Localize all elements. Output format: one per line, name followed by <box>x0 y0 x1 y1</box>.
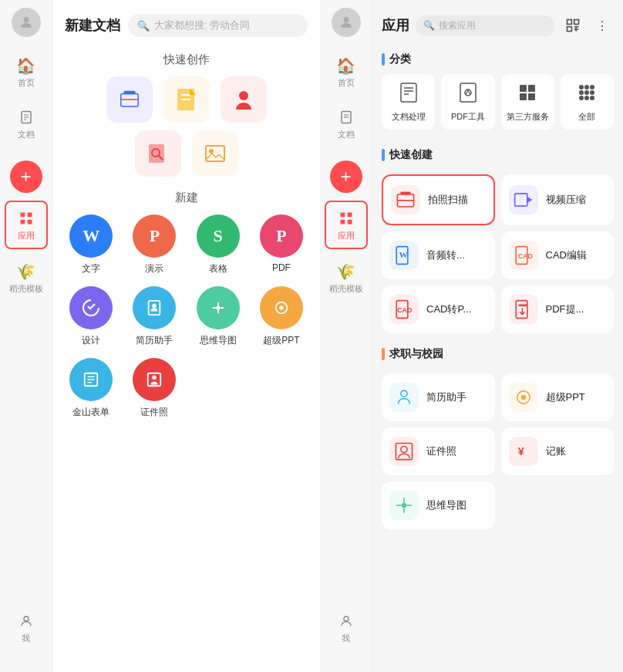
app-item-resume[interactable]: 简历助手 <box>128 286 180 347</box>
fast-item-audio[interactable]: W 音频转... <box>382 231 495 279</box>
app-item-ppt[interactable]: P 演示 <box>128 214 180 275</box>
cat-item-doc[interactable]: 文档处理 <box>382 74 435 130</box>
app-icon-ppt: P <box>133 214 176 258</box>
fast-label-video: 视频压缩 <box>546 193 586 207</box>
app-label-idphoto: 证件照 <box>140 406 168 419</box>
app-label-resume: 简历助手 <box>136 334 173 347</box>
apps-icon-left <box>16 208 36 228</box>
svg-point-93 <box>402 503 407 508</box>
sidebar-item-docs-left[interactable]: 文档 <box>5 101 48 147</box>
app-item-superppt[interactable]: 超级PPT <box>255 286 308 347</box>
quick-search-btn[interactable] <box>135 130 181 177</box>
sidebar-label-home-right: 首页 <box>338 77 355 89</box>
right-header: 应用 🔍 搜索应用 ⋮ <box>372 0 623 45</box>
job-item-resume[interactable]: 简历助手 <box>382 373 495 421</box>
cat-item-pdf[interactable]: PDF工具 <box>441 74 494 130</box>
fast-item-video[interactable]: 视频压缩 <box>501 174 615 225</box>
more-icon-btn[interactable]: ⋮ <box>591 14 614 37</box>
app-item-mindmap[interactable]: 思维导图 <box>192 286 244 347</box>
fast-create-bar <box>382 149 385 161</box>
svg-rect-49 <box>567 27 572 32</box>
app-item-form[interactable]: 金山表单 <box>65 358 117 419</box>
left-search-bar[interactable]: 🔍 大家都想搜: 劳动合同 <box>128 14 308 37</box>
job-label-mindmap: 思维导图 <box>426 498 466 512</box>
job-icon-accounting: ¥ <box>509 437 538 466</box>
fast-item-cad-edit[interactable]: CAD CAD编辑 <box>501 231 615 279</box>
app-item-excel[interactable]: S 表格 <box>192 214 244 275</box>
sidebar-item-template-left[interactable]: 🌾 稻壳模板 <box>5 255 48 301</box>
job-item-accounting[interactable]: ¥ 记账 <box>501 427 615 475</box>
app-icon-excel: S <box>197 214 240 258</box>
job-item-superppt[interactable]: 超级PPT <box>501 373 615 421</box>
right-title: 应用 <box>382 16 409 35</box>
right-avatar[interactable] <box>332 8 361 37</box>
fast-create-grid: 拍照扫描 视频压缩 W <box>372 174 623 333</box>
cat-item-all[interactable]: 全部 <box>561 74 614 130</box>
sidebar-item-me-right[interactable]: 我 <box>325 605 368 650</box>
quick-doc-btn[interactable] <box>163 76 210 123</box>
fast-item-cad-convert[interactable]: CAD CAD转P... <box>382 285 495 333</box>
fast-create-section: 快速创建 <box>372 140 623 174</box>
right-panel: 🏠 首页 文档 + 应用 🌾 稻壳模板 <box>320 0 623 672</box>
fast-icon-video <box>509 185 538 214</box>
divider-1 <box>372 134 623 140</box>
category-grid: 文档处理 PDF工具 <box>382 74 614 130</box>
svg-rect-57 <box>460 83 476 102</box>
fast-label-scan: 拍照扫描 <box>428 193 468 207</box>
right-sidebar: 🏠 首页 文档 + 应用 🌾 稻壳模板 <box>320 0 372 672</box>
svg-point-0 <box>23 17 29 22</box>
docs-icon-left <box>16 107 36 127</box>
job-icon-idphoto <box>389 437 419 466</box>
right-search-bar[interactable]: 🔍 搜索应用 <box>416 15 555 36</box>
sidebar-item-apps-left[interactable]: 应用 <box>5 201 48 249</box>
sidebar-item-template-right[interactable]: 🌾 稻壳模板 <box>325 255 368 301</box>
quick-create-row-2 <box>135 130 238 177</box>
divider-2 <box>372 333 623 339</box>
sidebar-label-docs-right: 文档 <box>338 129 355 140</box>
category-section: 分类 文档处理 PDF工具 <box>372 45 623 134</box>
scan-icon-btn[interactable] <box>561 14 584 37</box>
add-button-right[interactable]: + <box>330 160 362 193</box>
sidebar-item-home-left[interactable]: 🏠 首页 <box>5 49 48 95</box>
svg-point-25 <box>216 306 221 310</box>
sidebar-item-docs-right[interactable]: 文档 <box>325 101 368 147</box>
svg-rect-63 <box>528 93 535 100</box>
svg-rect-61 <box>528 85 535 92</box>
fast-item-pdf-extract[interactable]: PDF提... <box>501 285 615 333</box>
svg-text:CAD: CAD <box>517 252 533 260</box>
quick-scan-btn[interactable] <box>106 76 153 123</box>
svg-rect-74 <box>401 192 411 195</box>
sidebar-label-apps-right: 应用 <box>338 230 355 241</box>
svg-point-64 <box>579 85 584 89</box>
quick-image-btn[interactable] <box>192 130 238 177</box>
app-grid: W 文字 P 演示 S 表格 P PDF <box>52 214 320 419</box>
app-item-word[interactable]: W 文字 <box>65 214 117 275</box>
svg-text:W: W <box>399 251 409 260</box>
apps-icon-right <box>336 208 356 228</box>
cat-label-third: 第三方服务 <box>507 111 549 122</box>
category-section-bar <box>382 53 385 66</box>
job-item-idphoto[interactable]: 证件照 <box>382 427 495 475</box>
app-item-idphoto[interactable]: 证件照 <box>128 358 180 419</box>
right-header-icons: ⋮ <box>561 14 614 37</box>
home-icon-left: 🏠 <box>16 56 36 76</box>
sidebar-item-me-left[interactable]: 我 <box>5 605 48 650</box>
app-item-design[interactable]: 设计 <box>65 286 117 347</box>
quick-user-btn[interactable] <box>221 76 267 123</box>
sidebar-item-apps-right[interactable]: 应用 <box>325 201 368 249</box>
fast-item-scan[interactable]: 拍照扫描 <box>382 174 495 225</box>
app-icon-design <box>69 286 113 329</box>
left-avatar[interactable] <box>12 8 41 37</box>
svg-rect-5 <box>20 213 25 218</box>
app-item-pdf[interactable]: P PDF <box>255 214 308 275</box>
fast-label-cad-edit: CAD编辑 <box>546 248 587 262</box>
add-button-left[interactable]: + <box>10 160 42 193</box>
cat-item-third[interactable]: 第三方服务 <box>501 74 554 130</box>
job-item-mindmap[interactable]: 思维导图 <box>382 481 495 529</box>
svg-rect-21 <box>206 146 224 161</box>
svg-point-70 <box>579 96 584 100</box>
fast-create-title: 快速创建 <box>389 148 433 162</box>
job-label-superppt: 超级PPT <box>546 390 585 404</box>
job-icon-mindmap <box>389 491 419 520</box>
sidebar-item-home-right[interactable]: 🏠 首页 <box>325 49 368 95</box>
